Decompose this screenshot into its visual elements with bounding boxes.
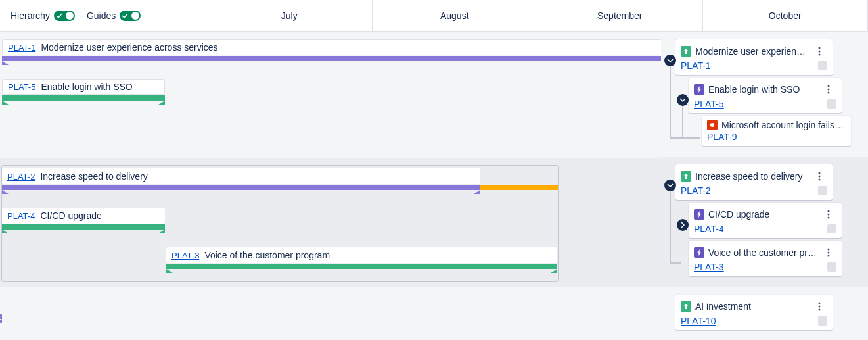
timeline-bar-plat3[interactable]: PLAT-3 Voice of the customer program	[166, 247, 557, 263]
kebab-menu[interactable]	[821, 206, 836, 222]
issue-key-link[interactable]: PLAT-2	[7, 172, 35, 182]
kebab-icon	[818, 172, 821, 181]
svg-point-11	[828, 214, 830, 216]
sidebar-card-plat2[interactable]: Increase speed to delivery PLAT-2	[675, 164, 833, 200]
issue-key-link[interactable]: PLAT-5	[8, 82, 35, 92]
sidebar: Modernize user experien… PLAT-1	[661, 32, 868, 340]
guides-toggle[interactable]	[120, 11, 141, 21]
timeline-group-bg	[0, 287, 661, 340]
notch	[158, 101, 165, 105]
kebab-icon	[827, 248, 830, 257]
bug-icon	[707, 120, 718, 130]
card-title: Enable login with SSO	[708, 84, 817, 95]
svg-point-7	[819, 172, 821, 174]
sidebar-card-plat1[interactable]: Modernize user experien… PLAT-1	[675, 39, 833, 75]
header: Hierarchy Guides July August September O…	[0, 0, 868, 32]
sidebar-group: Modernize user experien… PLAT-1	[661, 39, 868, 157]
kebab-menu[interactable]	[811, 299, 827, 314]
status-square	[827, 224, 836, 233]
hierarchy-toggle-group: Hierarchy	[11, 11, 75, 21]
svg-point-0	[819, 47, 821, 49]
notch	[2, 61, 9, 65]
month-september: September	[537, 0, 703, 31]
issue-key-link[interactable]: PLAT-4	[7, 211, 35, 221]
issue-key-link[interactable]: PLAT-2	[681, 185, 711, 196]
card-title: CI/CD upgrade	[708, 209, 817, 220]
arrow-up-icon	[681, 301, 691, 312]
svg-point-15	[828, 255, 830, 257]
progress-plat4	[2, 224, 165, 230]
chevron-down-icon	[667, 182, 674, 189]
timeline-bar-plat5[interactable]: PLAT-5 Enable login with SSO	[2, 79, 165, 95]
expand-button-plat4[interactable]	[677, 219, 689, 231]
notch	[474, 190, 480, 194]
chevron-down-icon	[667, 57, 674, 64]
svg-point-14	[828, 252, 830, 254]
timeline-header: July August September October	[207, 0, 868, 31]
card-title: Modernize user experien…	[695, 46, 808, 57]
issue-key-link[interactable]: PLAT-1	[681, 61, 711, 71]
card-title: Microsoft account login fails…	[721, 120, 846, 130]
card-title: Voice of the customer pr…	[708, 247, 817, 258]
issue-key-link[interactable]: PLAT-3	[171, 251, 199, 260]
check-icon	[56, 12, 62, 19]
progress-plat2-overflow	[480, 185, 558, 190]
sidebar-card-plat5[interactable]: Enable login with SSO PLAT-5	[689, 78, 842, 113]
hierarchy-toggle[interactable]	[54, 11, 75, 21]
guides-label: Guides	[87, 11, 116, 21]
bar-title: Enable login with SSO	[41, 82, 132, 92]
issue-key-link[interactable]: PLAT-9	[707, 132, 737, 142]
guides-toggle-group: Guides	[87, 11, 141, 21]
timeline-dots-plat9	[0, 116, 661, 142]
month-october: October	[703, 0, 869, 31]
bar-title: Modernize user experience across service…	[41, 42, 217, 53]
notch	[2, 101, 9, 105]
kebab-menu[interactable]	[821, 82, 836, 97]
chevron-down-icon	[679, 97, 686, 103]
status-square	[818, 186, 827, 195]
svg-point-1	[819, 51, 821, 53]
card-title: AI investment	[695, 301, 808, 312]
svg-point-3	[828, 85, 830, 87]
expand-button-plat2[interactable]	[664, 180, 676, 191]
arrow-up-icon	[681, 171, 691, 182]
timeline-bar-plat1[interactable]: PLAT-1 Modernize user experience across …	[2, 39, 661, 55]
kebab-icon	[818, 302, 821, 311]
issue-key-link[interactable]: PLAT-4	[694, 224, 724, 234]
kebab-menu[interactable]	[811, 168, 827, 184]
sidebar-card-plat9[interactable]: Microsoft account login fails… PLAT-9	[702, 116, 851, 146]
issue-key-link[interactable]: PLAT-1	[8, 43, 35, 53]
status-square	[818, 316, 827, 326]
month-august: August	[373, 0, 538, 31]
notch	[2, 190, 9, 194]
kebab-menu[interactable]	[811, 43, 827, 59]
header-controls: Hierarchy Guides	[0, 0, 207, 31]
issue-key-link[interactable]: PLAT-10	[681, 316, 716, 326]
sidebar-group: AI investment PLAT-10	[661, 287, 868, 338]
issue-key-link[interactable]: PLAT-3	[694, 262, 724, 272]
progress-plat3	[166, 264, 557, 269]
timeline[interactable]: PLAT-1 Modernize user experience across …	[0, 32, 661, 340]
chevron-right-icon	[679, 222, 686, 228]
sidebar-card-plat10[interactable]: AI investment PLAT-10	[675, 295, 833, 330]
sidebar-card-plat3[interactable]: Voice of the customer pr… PLAT-3	[689, 241, 842, 276]
notch	[0, 319, 2, 323]
kebab-menu[interactable]	[821, 245, 836, 260]
expand-button-plat5[interactable]	[677, 94, 689, 106]
sidebar-card-plat4[interactable]: CI/CD upgrade PLAT-4	[689, 203, 842, 238]
svg-point-12	[828, 217, 830, 219]
issue-key-link[interactable]: PLAT-5	[694, 99, 724, 109]
sidebar-group: Increase speed to delivery PLAT-2	[661, 157, 868, 287]
svg-point-13	[828, 249, 830, 251]
timeline-bar-plat2[interactable]: PLAT-2 Increase speed to delivery	[2, 168, 480, 184]
svg-point-2	[819, 54, 821, 56]
kebab-icon	[827, 85, 830, 94]
bar-title: Voice of the customer program	[204, 250, 330, 260]
timeline-bar-plat4[interactable]: PLAT-4 CI/CD upgrade	[2, 208, 165, 224]
status-square	[818, 61, 827, 70]
progress-plat1	[2, 56, 661, 61]
svg-point-4	[828, 89, 830, 91]
notch	[551, 269, 557, 273]
expand-button-plat1[interactable]	[664, 55, 676, 66]
kebab-icon	[827, 210, 830, 219]
